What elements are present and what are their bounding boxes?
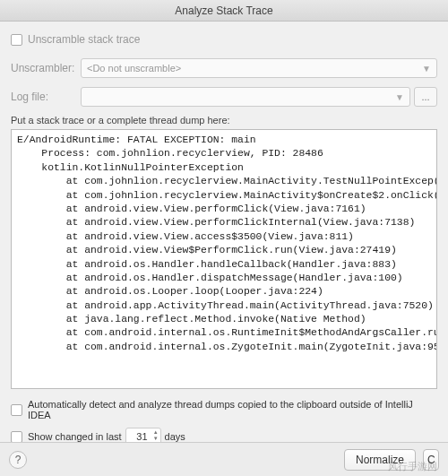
stacktrace-textarea[interactable] (11, 129, 437, 389)
chevron-up-icon[interactable]: ▲ (153, 429, 159, 436)
auto-detect-label: Automatically detect and analyze thread … (28, 399, 437, 420)
unscramble-checkbox-wrap[interactable]: Unscramble stack trace (11, 33, 140, 46)
logfile-input[interactable]: ▼ (81, 87, 410, 107)
instruction-label: Put a stack trace or a complete thread d… (11, 115, 437, 125)
logfile-label: Log file: (11, 91, 81, 103)
show-changed-wrap[interactable]: Show changed in last (11, 431, 122, 443)
dialog-content: Unscramble stack trace Unscrambler: <Do … (0, 22, 448, 449)
chevron-down-icon: ▼ (422, 64, 431, 74)
auto-detect-wrap[interactable]: Automatically detect and analyze thread … (11, 399, 437, 420)
stepper-arrows-icon[interactable]: ▲ ▼ (153, 429, 159, 442)
help-icon: ? (15, 454, 22, 466)
help-button[interactable]: ? (9, 451, 27, 469)
normalize-label: Normalize (356, 454, 404, 466)
window-title-bar: Analyze Stack Trace (0, 0, 448, 22)
unscrambler-select[interactable]: <Do not unscramble> ▼ (81, 58, 437, 78)
unscramble-row: Unscramble stack trace (11, 29, 437, 50)
days-label: days (165, 431, 185, 442)
unscramble-checkbox-label: Unscramble stack trace (28, 33, 140, 46)
auto-detect-checkbox[interactable] (11, 404, 22, 416)
ellipsis-icon: ... (421, 91, 429, 102)
show-changed-label: Show changed in last (28, 431, 122, 442)
cancel-label: C (427, 454, 435, 466)
browse-button[interactable]: ... (414, 87, 437, 107)
unscrambler-label: Unscrambler: (11, 62, 81, 74)
dialog-footer: ? Normalize C (0, 442, 448, 476)
unscrambler-row: Unscrambler: <Do not unscramble> ▼ (11, 57, 437, 79)
normalize-button[interactable]: Normalize (344, 449, 416, 471)
auto-detect-row: Automatically detect and analyze thread … (11, 399, 437, 420)
logfile-row: Log file: ▼ ... (11, 86, 437, 108)
unscrambler-placeholder: <Do not unscramble> (87, 63, 181, 74)
unscramble-checkbox[interactable] (11, 34, 22, 46)
chevron-down-icon[interactable]: ▼ (153, 436, 159, 442)
chevron-down-icon: ▼ (395, 92, 404, 102)
window-title: Analyze Stack Trace (175, 4, 272, 17)
days-value: 31 (136, 431, 147, 442)
show-changed-checkbox[interactable] (11, 431, 22, 443)
cancel-button[interactable]: C (423, 449, 439, 471)
footer-buttons: Normalize C (344, 449, 439, 471)
